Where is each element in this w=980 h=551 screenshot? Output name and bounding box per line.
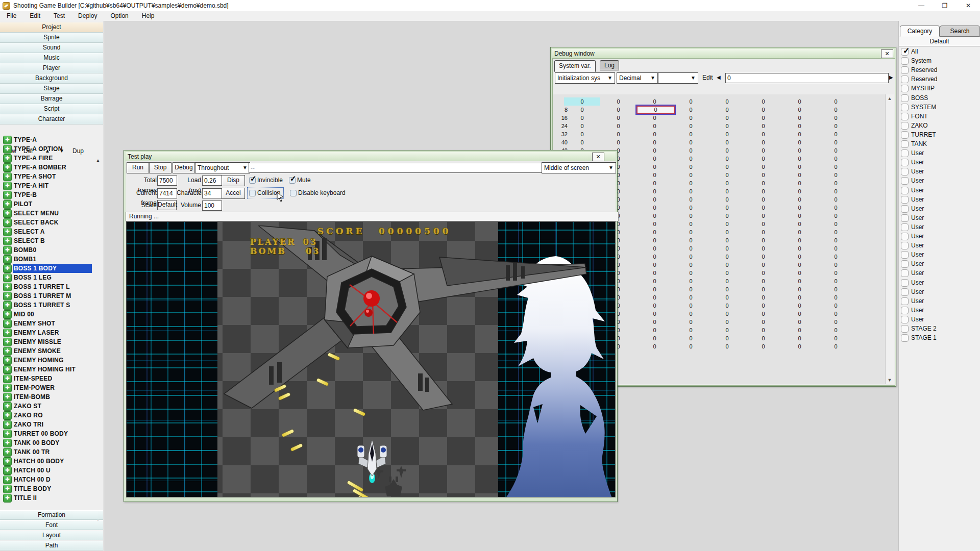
var-cell[interactable]: 0 (709, 285, 745, 293)
var-cell[interactable]: 0 (709, 269, 745, 277)
maximize-icon[interactable]: ❐ (933, 0, 957, 11)
var-cell[interactable]: 0 (673, 342, 709, 350)
var-cell[interactable]: 0 (745, 212, 781, 220)
var-cell[interactable]: 0 (709, 204, 745, 212)
checkbox-user[interactable] (901, 269, 909, 277)
scale-button[interactable]: Default (157, 200, 177, 210)
sidebar-item-barrage[interactable]: Barrage (0, 94, 103, 104)
var-cell[interactable]: 0 (818, 122, 854, 130)
var-cell[interactable]: 0 (709, 293, 745, 302)
var-cell[interactable]: 0 (781, 261, 818, 269)
list-item[interactable]: ✚SELECT A (0, 227, 103, 236)
var-cell[interactable]: 0 (745, 187, 781, 195)
var-group-dropdown[interactable]: Initialization sys ▼ (555, 72, 615, 84)
var-cell[interactable]: 0 (745, 269, 781, 277)
var-cell[interactable]: 0 (636, 334, 673, 342)
var-cell[interactable]: 0 (636, 171, 673, 179)
var-cell[interactable]: 0 (818, 138, 854, 146)
var-cell[interactable]: 0 (673, 261, 709, 269)
sidebar-item-sound[interactable]: Sound (0, 43, 103, 53)
var-cell[interactable]: 0 (673, 236, 709, 244)
var-cell[interactable]: 0 (781, 285, 818, 293)
checkbox-turret[interactable] (901, 131, 909, 139)
var-cell[interactable]: 0 (709, 163, 745, 171)
tab-category[interactable]: Category (900, 26, 940, 37)
edit-value-input[interactable]: 0 (725, 73, 889, 83)
menu-item-edit[interactable]: Edit (23, 11, 47, 21)
var-cell[interactable]: 0 (745, 106, 781, 114)
checkbox-tank[interactable] (901, 140, 909, 148)
var-cell[interactable]: 0 (818, 146, 854, 155)
var-cell[interactable]: 0 (564, 122, 600, 130)
var-cell[interactable]: 0 (709, 342, 745, 350)
var-cell[interactable]: 0 (636, 122, 673, 130)
list-item[interactable]: ✚BOSS 1 TURRET M (0, 291, 103, 300)
var-cell[interactable]: 0 (636, 285, 673, 293)
debug-close-icon[interactable]: ✕ (881, 49, 893, 58)
accel-button[interactable]: Accel (222, 188, 245, 199)
var-cell[interactable]: 0 (673, 310, 709, 318)
var-cell[interactable]: 0 (636, 187, 673, 195)
format-dropdown[interactable]: Decimal ▼ (617, 72, 658, 84)
var-cell[interactable]: 0 (636, 195, 673, 204)
var-cell[interactable]: 0 (709, 122, 745, 130)
var-cell[interactable]: 0 (673, 195, 709, 204)
var-cell[interactable]: 0 (636, 97, 673, 106)
debug-scrollbar[interactable]: ▲ ▼ (885, 94, 894, 384)
var-cell[interactable]: 0 (709, 228, 745, 236)
var-cell[interactable]: 0 (636, 326, 673, 334)
sidebar-item-project[interactable]: Project (0, 22, 103, 33)
mute-checkbox[interactable]: ✓ (289, 177, 296, 184)
var-cell[interactable]: 0 (564, 106, 600, 114)
var-cell[interactable]: 0 (781, 244, 818, 253)
stop-button[interactable]: Stop (149, 162, 172, 173)
checkbox-myship[interactable] (901, 85, 909, 92)
var-cell[interactable]: 0 (673, 228, 709, 236)
var-cell[interactable]: 0 (781, 228, 818, 236)
var-cell[interactable]: 0 (745, 155, 781, 163)
var-cell[interactable]: 0 (709, 187, 745, 195)
var-cell[interactable]: 0 (781, 318, 818, 326)
disable-keyboard-checkbox[interactable] (290, 190, 297, 196)
menu-item-test[interactable]: Test (47, 11, 71, 21)
var-cell[interactable]: 0 (781, 310, 818, 318)
sidebar-item-stage[interactable]: Stage (0, 84, 103, 94)
var-cell[interactable]: 0 (600, 122, 636, 130)
var-cell[interactable]: 0 (781, 155, 818, 163)
checkbox-user[interactable] (901, 316, 909, 323)
var-cell[interactable]: 0 (818, 244, 854, 253)
var-cell[interactable]: 0 (673, 122, 709, 130)
var-cell[interactable]: 0 (781, 146, 818, 155)
var-cell[interactable]: 0 (745, 277, 781, 285)
list-item[interactable]: ✚ZAKO TRI (0, 420, 103, 429)
var-cell[interactable]: 0 (636, 220, 673, 228)
var-cell[interactable]: 0 (781, 236, 818, 244)
list-item[interactable]: ✚HATCH 00 D (0, 475, 103, 484)
var-cell[interactable]: 0 (818, 277, 854, 285)
list-item[interactable]: ✚TANK 00 BODY (0, 438, 103, 447)
sidebar-item-background[interactable]: Background (0, 73, 103, 84)
list-item[interactable]: ✚TYPE-A HIT (0, 181, 103, 190)
var-cell[interactable]: 0 (781, 212, 818, 220)
list-item[interactable]: ✚PILOT (0, 199, 103, 209)
checkbox-user[interactable] (901, 196, 909, 204)
mode-dropdown[interactable]: Throughout ▼ (195, 162, 250, 173)
var-cell[interactable]: 0 (818, 236, 854, 244)
var-cell[interactable]: 0 (636, 106, 675, 114)
var-cell[interactable]: 0 (636, 138, 673, 146)
list-item[interactable]: ✚ENEMY SMOKE (0, 346, 103, 356)
var-cell[interactable]: 0 (745, 302, 781, 310)
checkbox-stage-2[interactable] (901, 325, 909, 333)
sidebar-item-path[interactable]: Path (0, 541, 103, 550)
var-cell[interactable]: 0 (781, 253, 818, 261)
var-cell[interactable]: 0 (709, 253, 745, 261)
var-cell[interactable]: 0 (781, 171, 818, 179)
var-cell[interactable]: 0 (673, 146, 709, 155)
game-screen[interactable]: SCORE 00000500 PLAYER03 BOMB03 (126, 221, 616, 497)
var-cell[interactable]: 0 (745, 253, 781, 261)
checkbox-user[interactable] (901, 159, 909, 166)
var-cell[interactable]: 0 (745, 285, 781, 293)
var-cell[interactable]: 0 (709, 220, 745, 228)
var-cell[interactable]: 0 (673, 171, 709, 179)
var-cell[interactable]: 0 (673, 204, 709, 212)
